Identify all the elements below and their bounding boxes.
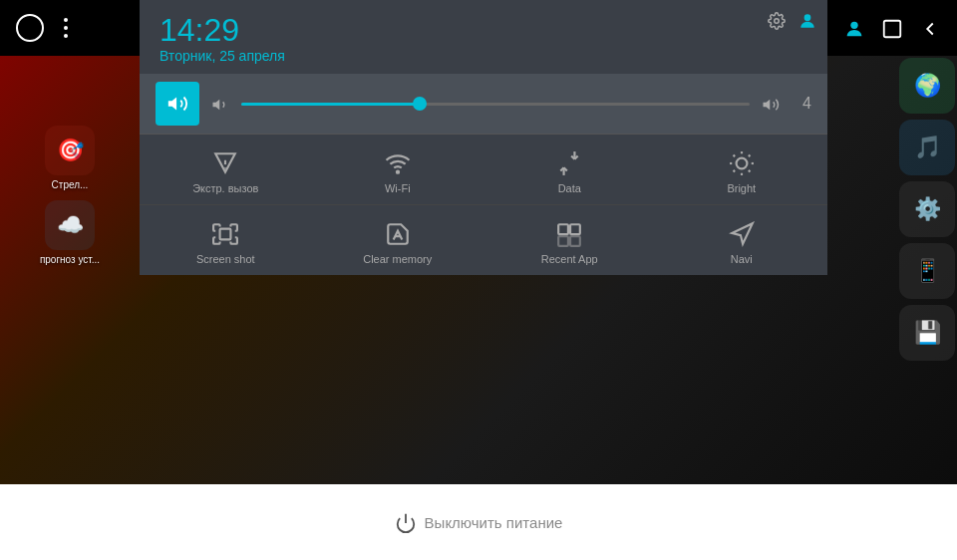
panel-header-icons: [768, 10, 817, 31]
toggle-brightness[interactable]: Bright: [656, 135, 828, 204]
svg-point-1: [850, 22, 857, 29]
screenshot-icon: [212, 219, 238, 247]
svg-line-20: [749, 155, 751, 157]
svg-marker-6: [213, 100, 220, 111]
toggle-wifi[interactable]: Wi-Fi: [312, 135, 484, 204]
emergency-icon: [212, 148, 238, 176]
toggle-navi[interactable]: Navi: [656, 205, 828, 275]
list-item[interactable]: 🌍: [899, 58, 955, 114]
app-label: Стрел...: [52, 179, 89, 190]
nav-left: [16, 14, 68, 42]
navi-icon: [729, 219, 755, 247]
quick-toggles-row2: Screen shot Clear memory: [140, 204, 827, 275]
svg-point-3: [775, 19, 780, 24]
power-row[interactable]: Выключить питание: [0, 484, 957, 560]
toggle-label: Data: [558, 182, 581, 194]
quick-settings-panel: 14:29 Вторник, 25 апреля: [140, 0, 827, 275]
left-apps: 🎯 Стрел... ☁️ прогноз уст...: [0, 56, 140, 275]
recents-icon[interactable]: [881, 16, 903, 40]
toggle-label: Bright: [727, 182, 756, 194]
svg-rect-21: [220, 229, 231, 240]
nav-dots-icon[interactable]: [64, 18, 68, 38]
svg-marker-7: [764, 100, 771, 111]
brightness-icon: [729, 148, 755, 176]
svg-point-4: [804, 14, 811, 21]
panel-header: 14:29 Вторник, 25 апреля: [140, 0, 827, 74]
toggle-label: Wi-Fi: [385, 182, 411, 194]
power-icon: [395, 509, 417, 535]
svg-point-11: [397, 171, 399, 173]
volume-high-icon[interactable]: [762, 94, 780, 115]
volume-fill: [241, 103, 420, 106]
list-item[interactable]: 🎯 Стрел...: [30, 126, 110, 190]
volume-thumb: [413, 97, 427, 111]
list-item[interactable]: 🎵: [899, 120, 955, 175]
toggle-recent-app[interactable]: Recent App: [483, 205, 656, 275]
svg-line-16: [749, 170, 751, 172]
toggle-clear-memory[interactable]: Clear memory: [312, 205, 484, 275]
date-display: Вторник, 25 апреля: [160, 48, 807, 64]
nav-circle-icon[interactable]: [16, 14, 44, 42]
svg-marker-5: [168, 98, 176, 111]
volume-number: 4: [792, 95, 811, 113]
list-item[interactable]: ⚙️: [899, 181, 955, 237]
svg-rect-22: [558, 225, 568, 235]
right-apps: 🌍 🎵 ⚙️ 📱 💾: [897, 56, 957, 363]
list-item[interactable]: 📱: [899, 243, 955, 299]
wifi-icon: [385, 148, 411, 176]
volume-active-button[interactable]: [156, 82, 199, 126]
svg-line-15: [733, 155, 735, 157]
toggle-label: Clear memory: [363, 253, 432, 265]
toggle-emergency[interactable]: Экстр. вызов: [140, 135, 312, 204]
svg-marker-26: [732, 223, 753, 244]
volume-low-icon[interactable]: [211, 94, 229, 115]
toggle-screenshot[interactable]: Screen shot: [140, 205, 312, 275]
toggle-label: Экстр. вызов: [192, 182, 258, 194]
clear-memory-icon: [385, 219, 411, 247]
data-icon: [556, 148, 582, 176]
settings-header-icon[interactable]: [768, 10, 786, 31]
svg-rect-23: [570, 225, 580, 235]
toggle-label: Recent App: [541, 253, 598, 265]
quick-toggles-row1: Экстр. вызов Wi-Fi: [140, 134, 827, 204]
volume-slider[interactable]: [241, 103, 750, 106]
recent-app-icon: [556, 219, 582, 247]
app-icon: 🎯: [45, 126, 95, 175]
svg-rect-24: [558, 236, 568, 246]
app-label: прогноз уст...: [40, 254, 100, 265]
svg-rect-2: [884, 21, 901, 38]
list-item[interactable]: ☁️ прогноз уст...: [30, 200, 110, 265]
toggle-data[interactable]: Data: [483, 135, 656, 204]
toggle-label: Screen shot: [196, 253, 255, 265]
back-icon[interactable]: [919, 16, 941, 40]
list-item[interactable]: 💾: [899, 305, 955, 361]
volume-row: 4: [140, 74, 827, 134]
account-icon[interactable]: [843, 16, 865, 40]
app-icon: ☁️: [45, 200, 95, 250]
power-label: Выключить питание: [425, 514, 563, 531]
account-header-icon[interactable]: [798, 11, 817, 31]
svg-point-12: [736, 158, 747, 169]
svg-rect-25: [570, 236, 580, 246]
toggle-label: Navi: [731, 253, 753, 265]
svg-line-19: [733, 170, 735, 172]
time-display: 14:29: [160, 14, 807, 46]
